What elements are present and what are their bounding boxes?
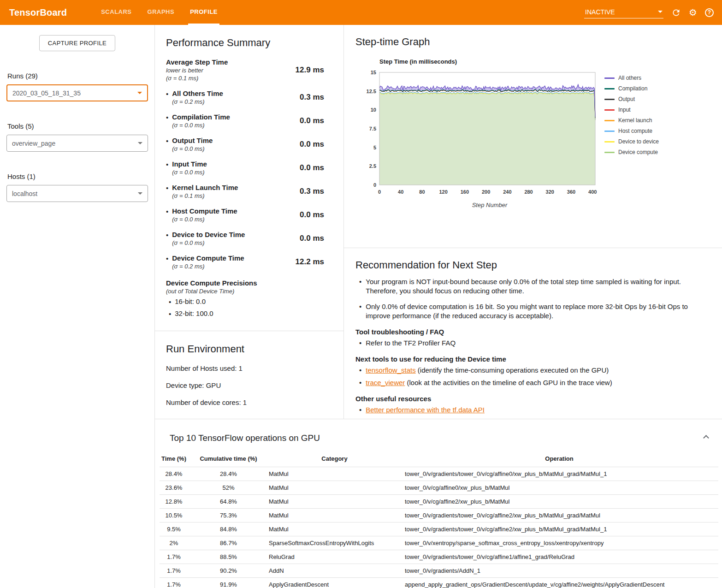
runs-select[interactable]: 2020_03_05_18_31_35 [6,84,148,101]
recommendation-link[interactable]: tensorflow_stats [366,366,415,374]
step-time-graph-card: Step-time Graph Step Time (in millisecon… [344,25,722,248]
legend-item: Compilation [604,85,659,92]
table-row: 2%86.7%SparseSoftmaxCrossEntropyWithLogi… [160,536,718,550]
legend-item: Device compute [604,149,659,155]
tab-scalars[interactable]: SCALARS [99,0,133,25]
run-environment-title: Run Environment [166,343,332,355]
runs-select-value: 2020_03_05_18_31_35 [12,89,81,97]
recommendation-bullet: •Only 0.0% of device computation is 16 b… [355,302,708,321]
tools-select[interactable]: overview_page [6,135,148,152]
metric-value: 0.3 ms [300,93,324,102]
run-status-select[interactable]: INACTIVE [584,7,663,18]
precision-item: •16-bit: 0.0 [169,297,332,307]
recommendation-link[interactable]: Better performance with the tf.data API [366,406,485,414]
top-ops-table: Time (%)Cumulative time (%)CategoryOpera… [160,453,718,588]
table-row: 10.5%75.3%MatMultower_0/v/gradients/towe… [160,509,718,523]
legend-swatch [604,88,615,89]
metric-value: 0.0 ms [300,163,324,172]
ops-col-header: Cumulative time (%) [188,453,269,467]
recommendation-title: Recommendation for Next Step [355,259,708,271]
bullet-icon: • [359,366,361,375]
run-environment-lines: Number of Hosts used: 1Device type: GPUN… [166,364,332,406]
run-status-value: INACTIVE [585,8,615,16]
precision-item: •32-bit: 100.0 [169,309,332,319]
gear-icon[interactable]: ⚙ [689,8,697,17]
top-ops-title: Top 10 TensorFlow operations on GPU [170,433,320,443]
metric-value: 12.2 ms [296,257,324,267]
svg-text:360: 360 [567,189,575,195]
legend-item: Output [604,96,659,102]
metric-row: •Output Time(σ = 0.0 ms)0.0 ms [166,137,332,152]
recommendation-bullets: •Your program is NOT input-bound because… [355,277,708,321]
legend-item: Kernel launch [604,117,659,124]
recommendation-section-heading: Tool troubleshooting / FAQ [355,328,708,336]
topbar: TensorBoard SCALARSGRAPHSPROFILE INACTIV… [0,0,722,25]
bullet-icon: • [359,277,361,296]
legend-swatch [604,131,615,132]
legend-swatch [604,77,615,79]
precisions-label: Device Compute Precisions [166,279,332,287]
svg-text:10: 10 [371,107,376,113]
metric-label: Device to Device Time [172,231,245,238]
page-layout: CAPTURE PROFILE Runs (29) 2020_03_05_18_… [0,25,722,588]
tools-select-value: overview_page [12,140,55,147]
table-row: 1.7%90.2%AddNtower_0/v/gradients/AddN_1 [160,564,718,578]
svg-text:280: 280 [524,189,533,195]
metric-sigma: (σ = 0.0 ms) [172,122,230,129]
step-time-chart-plot: 02.557.51012.515040801201602002402803203… [360,68,600,197]
app-title: TensorBoard [9,7,67,18]
svg-text:80: 80 [419,189,425,195]
table-row: 28.4%28.4%MatMultower_0/v/gradients/towe… [160,467,718,481]
bullet-icon: • [169,309,171,319]
hosts-select[interactable]: localhost [6,185,148,202]
step-time-chart: Step Time (in milliseconds) 02.557.51012… [360,58,600,208]
average-step-time-label: Average Step Time [166,58,228,66]
tab-graphs[interactable]: GRAPHS [146,0,177,25]
chart-x-axis-label: Step Number [360,202,600,208]
ops-col-header: Time (%) [160,453,188,467]
bullet-icon: • [359,339,361,348]
metric-sigma: (σ = 0.2 ms) [172,98,223,105]
runs-label: Runs (29) [7,72,148,80]
recommendation-bullet: •Your program is NOT input-bound because… [355,277,708,296]
metric-value: 0.0 ms [300,234,324,243]
legend-label: Input [618,107,631,113]
precision-text: 16-bit: 0.0 [175,297,206,307]
precision-text: 32-bit: 100.0 [175,309,213,319]
table-row: 1.7%91.9%ApplyGradientDescentappend_appl… [160,578,718,588]
tools-label: Tools (5) [7,122,148,130]
precisions-note: (out of Total Device Time) [166,288,332,295]
svg-text:200: 200 [482,189,490,195]
bullet-icon: • [166,184,168,199]
help-icon[interactable]: ? [705,8,714,17]
metric-row: •Compilation Time(σ = 0.0 ms)0.0 ms [166,113,332,129]
legend-label: Kernel launch [618,117,652,124]
bullet-icon: • [166,207,168,223]
recommendation-link[interactable]: trace_viewer [366,379,405,386]
legend-swatch [604,141,615,143]
run-environment-line: Number of device cores: 1 [166,398,332,406]
metric-value: 0.0 ms [300,116,324,125]
collapse-chevron-icon[interactable] [703,435,709,441]
bullet-icon: • [166,231,168,246]
bullet-icon: • [166,160,168,176]
metric-row: •Input Time(σ = 0.0 ms)0.0 ms [166,160,332,176]
performance-summary-title: Performance Summary [166,37,332,49]
legend-item: Device to device [604,138,659,145]
tab-profile[interactable]: PROFILE [188,0,219,25]
metric-row: •Kernel Launch Time(σ = 0.1 ms)0.3 ms [166,184,332,199]
metric-value: 0.0 ms [300,140,324,149]
metric-value: 0.3 ms [300,187,324,196]
step-time-breakdown-list: •All Others Time(σ = 0.2 ms)0.3 ms•Compi… [166,89,332,270]
step-time-graph-title: Step-time Graph [355,36,722,48]
refresh-icon[interactable] [671,8,681,18]
table-row: 9.5%84.8%MatMultower_0/v/gradients/tower… [160,523,718,536]
capture-profile-button[interactable]: CAPTURE PROFILE [39,35,115,51]
top-ops-table-header: Time (%)Cumulative time (%)CategoryOpera… [160,453,718,467]
legend-swatch [604,152,615,153]
table-row: 12.8%64.8%MatMultower_0/v/cg/affine2/xw_… [160,495,718,509]
chevron-down-icon [138,192,142,195]
svg-text:40: 40 [398,189,403,195]
svg-text:320: 320 [546,189,554,195]
bullet-icon: • [166,113,168,129]
